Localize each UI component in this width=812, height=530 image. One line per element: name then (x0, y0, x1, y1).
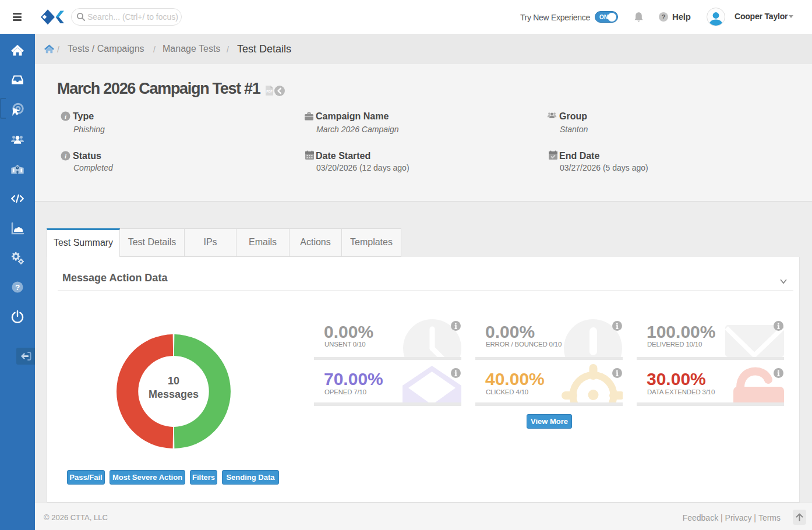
svg-text:?: ? (15, 283, 20, 292)
svg-text:PDF: PDF (266, 90, 272, 93)
